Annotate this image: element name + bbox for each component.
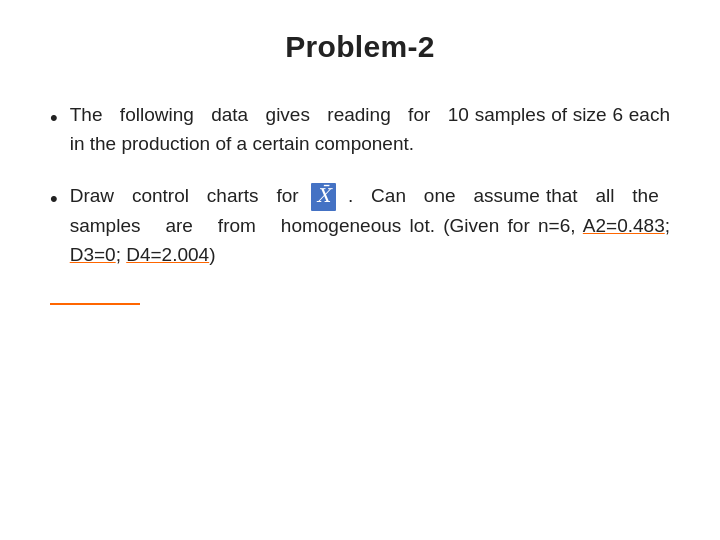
bullet-text-2: Draw control charts for X̄ . Can one ass… [70, 181, 670, 270]
content-area: • The following data gives reading for 1… [50, 100, 670, 309]
bullet-dot-1: • [50, 101, 58, 134]
bullet-text-1: The following data gives reading for 10 … [70, 100, 670, 159]
formula-d4: D4=2.004 [126, 244, 209, 265]
formula-d3: D3=0 [70, 244, 116, 265]
slide-title: Problem-2 [50, 30, 670, 64]
formula-a2: A2=0.483 [583, 215, 665, 236]
bullet-item-1: • The following data gives reading for 1… [50, 100, 670, 159]
x-bar-symbol: X̄ [311, 183, 337, 211]
bottom-decoration-line [50, 303, 140, 305]
bullet-dot-2: • [50, 182, 58, 215]
bullet-item-2: • Draw control charts for X̄ . Can one a… [50, 181, 670, 270]
slide-container: Problem-2 • The following data gives rea… [0, 0, 720, 540]
